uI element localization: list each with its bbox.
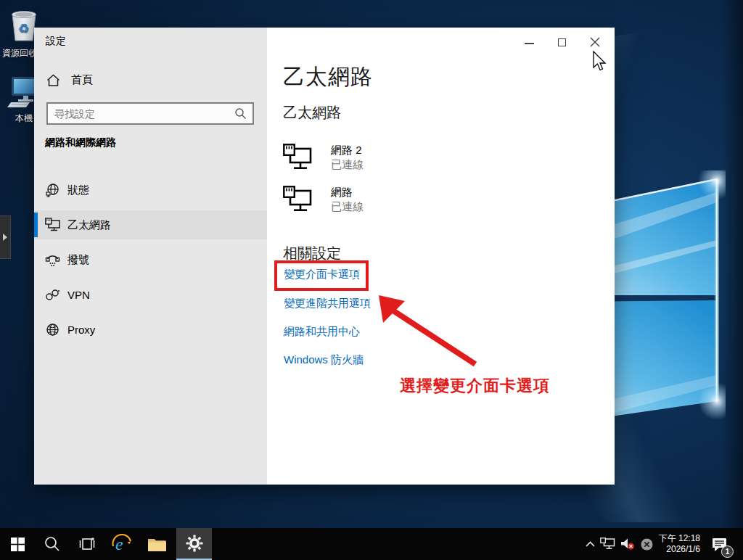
dialup-phone-icon bbox=[45, 252, 60, 268]
network-status: 已連線 bbox=[331, 200, 364, 213]
sidebar-item-label: 狀態 bbox=[67, 184, 89, 197]
tray-date: 2026/1/6 bbox=[666, 544, 700, 555]
sidebar-item-proxy[interactable]: Proxy bbox=[34, 315, 267, 344]
sidebar-item-label: 撥號 bbox=[67, 253, 89, 267]
task-view-icon bbox=[79, 537, 95, 551]
taskbar-search-button[interactable] bbox=[35, 528, 70, 560]
edge-flyout-handle[interactable] bbox=[0, 215, 11, 259]
internet-explorer-button[interactable]: e bbox=[104, 528, 139, 560]
related-settings-title: 相關設定 bbox=[283, 244, 341, 263]
network-name: 網路 2 bbox=[331, 144, 364, 156]
window-title: 設定 bbox=[46, 35, 66, 48]
page-title: 乙太網路 bbox=[283, 62, 373, 92]
network-name: 網路 bbox=[331, 186, 364, 198]
settings-window: 設定 首頁 網路和網際網路 狀態 bbox=[34, 28, 615, 485]
network-item[interactable]: 網路 已連線 bbox=[283, 186, 364, 213]
chevron-right-icon bbox=[3, 234, 7, 241]
ethernet-icon bbox=[283, 186, 312, 213]
close-icon[interactable] bbox=[590, 37, 600, 47]
sidebar-item-status[interactable]: 狀態 bbox=[34, 176, 267, 205]
sidebar-item-home[interactable]: 首頁 bbox=[46, 70, 256, 90]
tray-chevron-up-icon[interactable] bbox=[582, 528, 598, 560]
action-center-button[interactable]: 1 bbox=[702, 528, 737, 560]
link-network-sharing-center[interactable]: 網路和共用中心 bbox=[284, 325, 360, 339]
status-globe-icon bbox=[45, 183, 60, 198]
sidebar-item-label: VPN bbox=[67, 289, 90, 301]
svg-text:e: e bbox=[115, 535, 123, 553]
search-icon bbox=[44, 536, 60, 552]
home-label: 首頁 bbox=[71, 73, 93, 87]
settings-main-pane: 乙太網路 乙太網路 網路 2 已連線 bbox=[267, 28, 615, 485]
tray-ethernet-icon[interactable] bbox=[598, 528, 618, 560]
network-status: 已連線 bbox=[331, 158, 364, 170]
maximize-icon[interactable] bbox=[558, 38, 566, 46]
proxy-globe-icon bbox=[45, 322, 60, 337]
sidebar-item-label: Proxy bbox=[67, 324, 95, 336]
link-windows-firewall[interactable]: Windows 防火牆 bbox=[284, 353, 364, 367]
sidebar-item-vpn[interactable]: VPN bbox=[34, 280, 267, 309]
taskbar: e bbox=[0, 528, 743, 560]
file-explorer-icon bbox=[147, 537, 167, 552]
settings-search-box[interactable] bbox=[46, 102, 254, 125]
link-change-advanced-sharing[interactable]: 變更進階共用選項 bbox=[284, 297, 371, 310]
link-change-adapter-options[interactable]: 變更介面卡選項 bbox=[284, 268, 360, 281]
file-explorer-button[interactable] bbox=[139, 528, 174, 560]
sidebar-item-ethernet[interactable]: 乙太網路 bbox=[34, 210, 267, 239]
svg-text:♻: ♻ bbox=[18, 21, 29, 36]
ethernet-icon bbox=[45, 218, 60, 233]
notification-badge: 1 bbox=[721, 545, 734, 558]
task-view-button[interactable] bbox=[70, 528, 104, 560]
tray-clock[interactable]: 下午 12:18 2026/1/6 bbox=[652, 528, 700, 560]
network-item[interactable]: 網路 2 已連線 bbox=[283, 144, 364, 171]
settings-gear-button[interactable] bbox=[176, 528, 212, 560]
tray-time: 下午 12:18 bbox=[659, 533, 700, 544]
settings-gear-icon bbox=[186, 535, 203, 552]
wallpaper-shade bbox=[721, 0, 743, 528]
start-icon bbox=[11, 538, 25, 551]
vpn-icon bbox=[45, 287, 60, 302]
sidebar-section-title: 網路和網際網路 bbox=[45, 136, 116, 149]
tray-volume-muted-icon[interactable] bbox=[617, 528, 638, 560]
page-subtitle: 乙太網路 bbox=[283, 103, 341, 123]
search-input[interactable] bbox=[48, 108, 234, 120]
home-icon bbox=[46, 73, 61, 88]
search-icon bbox=[234, 107, 247, 120]
minimize-icon[interactable] bbox=[525, 43, 534, 44]
sidebar-item-label: 乙太網路 bbox=[67, 218, 111, 232]
selected-accent-bar bbox=[34, 213, 38, 237]
ethernet-icon bbox=[283, 144, 312, 171]
ie-icon: e bbox=[112, 534, 132, 554]
sidebar-item-dialup[interactable]: 撥號 bbox=[34, 245, 267, 274]
start-button[interactable] bbox=[0, 528, 35, 560]
